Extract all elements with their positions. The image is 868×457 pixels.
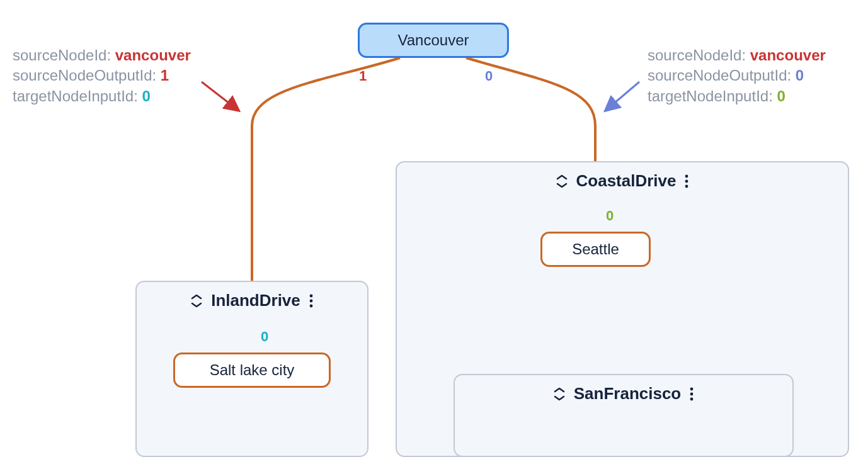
- svg-point-4: [690, 392, 694, 395]
- annot-value: 0: [796, 67, 804, 84]
- port-coastal-input-0: 0: [606, 208, 614, 224]
- svg-point-0: [685, 174, 688, 178]
- svg-point-7: [309, 299, 312, 302]
- more-icon[interactable]: [309, 294, 313, 308]
- annot-value: 1: [161, 67, 169, 84]
- group-title: InlandDrive: [211, 291, 300, 310]
- diagram-canvas: Vancouver 1 0 sourceNodeId: vancouver so…: [0, 0, 868, 457]
- annot-label: sourceNodeOutputId:: [648, 67, 791, 84]
- group-header: SanFrancisco: [455, 375, 792, 410]
- node-label: Salt lake city: [210, 361, 295, 379]
- collapse-icon[interactable]: [554, 388, 565, 400]
- port-root-output-1: 1: [359, 68, 367, 84]
- group-title: SanFrancisco: [574, 384, 682, 403]
- annot-label: sourceNodeId:: [648, 47, 746, 64]
- collapse-icon[interactable]: [556, 175, 568, 188]
- group-header: CoastalDrive: [397, 162, 848, 197]
- annotation-right: sourceNodeId: vancouver sourceNodeOutput…: [648, 45, 826, 106]
- more-icon[interactable]: [690, 387, 694, 401]
- svg-point-5: [690, 397, 694, 400]
- more-icon[interactable]: [685, 174, 688, 188]
- annotation-arrow-left: [202, 82, 238, 110]
- annot-value: 0: [777, 87, 785, 104]
- svg-point-1: [685, 179, 688, 183]
- annot-value: vancouver: [115, 47, 191, 64]
- port-inland-input-0: 0: [261, 329, 268, 345]
- annotation-left: sourceNodeId: vancouver sourceNodeOutput…: [13, 45, 191, 106]
- collapse-icon[interactable]: [191, 295, 202, 307]
- group-sanfrancisco[interactable]: SanFrancisco: [454, 374, 794, 457]
- annotation-arrow-right: [606, 82, 639, 110]
- group-header: InlandDrive: [137, 282, 367, 317]
- svg-point-3: [690, 387, 694, 390]
- annot-value: 0: [142, 87, 150, 104]
- group-title: CoastalDrive: [576, 171, 677, 191]
- node-label: Seattle: [572, 240, 619, 258]
- node-vancouver[interactable]: Vancouver: [358, 23, 509, 58]
- svg-point-6: [309, 294, 312, 297]
- port-root-output-0: 0: [485, 68, 493, 84]
- annot-label: targetNodeInputId:: [13, 87, 138, 104]
- annot-label: targetNodeInputId:: [648, 87, 773, 104]
- node-saltlakecity[interactable]: Salt lake city: [173, 353, 331, 388]
- annot-label: sourceNodeId:: [13, 47, 111, 64]
- svg-point-8: [309, 304, 312, 307]
- node-label: Vancouver: [398, 31, 469, 49]
- svg-point-2: [685, 184, 688, 188]
- annot-value: vancouver: [750, 47, 826, 64]
- annot-label: sourceNodeOutputId:: [13, 67, 156, 84]
- node-seattle[interactable]: Seattle: [540, 232, 651, 267]
